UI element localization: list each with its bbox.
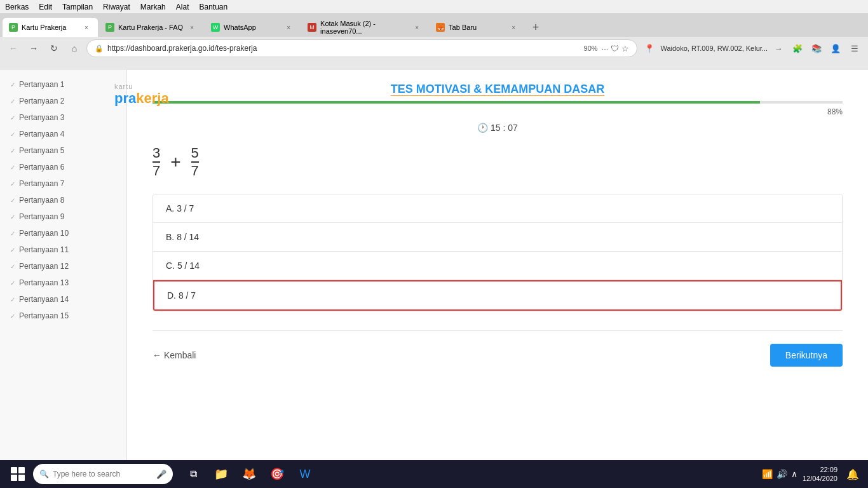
url-text: https://dashboard.prakerja.go.id/tes-pra… (107, 44, 580, 53)
content-area: ✓ Pertanyaan 1 ✓ Pertanyaan 2 ✓ Pertanya… (0, 70, 868, 460)
tab-mail[interactable]: M Kotak Masuk (2) - inaseven70... × (301, 18, 428, 37)
new-tab-button[interactable]: + (526, 18, 545, 37)
tab-close-5[interactable]: × (508, 22, 519, 32)
sidebar-item-q10[interactable]: ✓ Pertanyaan 10 (0, 225, 126, 241)
sidebar-item-q7[interactable]: ✓ Pertanyaan 7 (0, 175, 126, 192)
sidebar-item-q2[interactable]: ✓ Pertanyaan 2 (0, 93, 126, 109)
menu-icon[interactable]: ☰ (846, 40, 863, 57)
account-icon[interactable]: 👤 (827, 40, 844, 57)
sidebar: ✓ Pertanyaan 1 ✓ Pertanyaan 2 ✓ Pertanya… (0, 70, 127, 460)
check-icon-q7: ✓ (10, 180, 15, 187)
address-box[interactable]: 🔒 https://dashboard.prakerja.go.id/tes-p… (86, 39, 637, 57)
star-icon[interactable]: ☆ (621, 44, 629, 53)
sidebar-item-q3[interactable]: ✓ Pertanyaan 3 (0, 109, 126, 126)
quiz-footer: ← Kembali Berikutnya (153, 330, 843, 367)
sidebar-label-q1: Pertanyaan 1 (19, 80, 64, 89)
question-content: 3 7 + 5 7 (153, 146, 843, 179)
extensions-icon[interactable]: 🧩 (789, 40, 806, 57)
logo-kartu: kartu (127, 83, 169, 90)
home-button[interactable]: ⌂ (66, 40, 83, 57)
next-button[interactable]: Berikutnya (770, 344, 843, 367)
clock-date: 12/04/2020 (803, 474, 837, 483)
search-bar[interactable]: 🔍 🎤 (33, 464, 173, 484)
back-button[interactable]: ← (5, 40, 22, 57)
tab-close-2[interactable]: × (187, 22, 197, 32)
menu-tampilan[interactable]: Tampilan (62, 3, 93, 11)
sidebar-label-q3: Pertanyaan 3 (19, 113, 64, 122)
tab-close-3[interactable]: × (283, 22, 294, 32)
tab-label-1: Kartu Prakerja (22, 24, 66, 31)
check-icon-q4: ✓ (10, 131, 15, 138)
sidebar-label-q4: Pertanyaan 4 (19, 130, 64, 139)
menubar: Berkas Edit Tampilan Riwayat Markah Alat… (0, 0, 868, 14)
word-button[interactable]: W (292, 461, 318, 487)
check-icon-q8: ✓ (10, 197, 15, 204)
arrow-icon[interactable]: → (770, 40, 787, 57)
progress-percent: 88% (153, 107, 843, 116)
sidebar-item-q9[interactable]: ✓ Pertanyaan 9 (0, 208, 126, 225)
menu-berkas[interactable]: Berkas (5, 3, 29, 11)
sidebar-label-q6: Pertanyaan 6 (19, 163, 64, 172)
firefox-button[interactable]: 🦊 (236, 461, 262, 487)
menu-markah[interactable]: Markah (140, 3, 166, 11)
menu-edit[interactable]: Edit (39, 3, 52, 11)
timer: 🕐 15 : 07 (153, 123, 843, 133)
up-arrow-icon[interactable]: ∧ (791, 469, 797, 479)
sidebar-item-q11[interactable]: ✓ Pertanyaan 11 (0, 241, 126, 258)
option-c[interactable]: C. 5 / 14 (153, 252, 842, 280)
quiz-area: kartu prakerja TES MOTIVASI & KEMAMPUAN … (127, 70, 868, 460)
check-icon-q10: ✓ (10, 230, 15, 237)
answer-options: A. 3 / 7 B. 8 / 14 C. 5 / 14 D. 8 / 7 (153, 194, 843, 311)
app4-button[interactable]: 🎯 (264, 461, 290, 487)
search-input[interactable] (53, 470, 153, 478)
tab-favicon-2: P (105, 23, 114, 32)
menu-bantuan[interactable]: Bantuan (199, 3, 227, 11)
mic-icon[interactable]: 🎤 (156, 470, 166, 479)
sidebar-item-q4[interactable]: ✓ Pertanyaan 4 (0, 126, 126, 142)
tab-kartu-prakerja[interactable]: P Kartu Prakerja × (3, 18, 98, 37)
network-icon[interactable]: 📶 (762, 469, 773, 479)
option-d[interactable]: D. 8 / 7 (153, 280, 842, 311)
start-button[interactable] (5, 461, 31, 487)
sidebar-item-q15[interactable]: ✓ Pertanyaan 15 (0, 308, 126, 324)
tab-whatsapp[interactable]: W WhatsApp × (205, 18, 300, 37)
back-button[interactable]: ← Kembali (153, 350, 196, 360)
tab-label-2: Kartu Prakerja - FAQ (118, 24, 183, 31)
search-icon: 🔍 (39, 470, 49, 478)
tab-close-4[interactable]: × (412, 22, 422, 32)
task-view-button[interactable]: ⧉ (180, 461, 206, 487)
firefox-icon: 🦊 (242, 467, 256, 481)
location-icon[interactable]: 📍 (641, 40, 658, 57)
sidebar-label-q7: Pertanyaan 7 (19, 179, 64, 188)
sidebar-item-q5[interactable]: ✓ Pertanyaan 5 (0, 142, 126, 159)
dots-icon[interactable]: ··· (602, 44, 609, 53)
tab-label-3: WhatsApp (224, 24, 256, 31)
option-b[interactable]: B. 8 / 14 (153, 223, 842, 252)
sidebar-item-q1[interactable]: ✓ Pertanyaan 1 (0, 76, 126, 93)
sound-icon[interactable]: 🔊 (776, 469, 787, 479)
system-clock[interactable]: 22:09 12/04/2020 (803, 465, 837, 484)
sidebar-item-q13[interactable]: ✓ Pertanyaan 13 (0, 274, 126, 291)
sidebar-label-q15: Pertanyaan 15 (19, 311, 69, 320)
menu-alat[interactable]: Alat (176, 3, 189, 11)
tab-kartu-prakerja-faq[interactable]: P Kartu Prakerja - FAQ × (99, 18, 203, 37)
operator: + (170, 152, 180, 172)
reload-button[interactable]: ↻ (46, 40, 62, 57)
option-a[interactable]: A. 3 / 7 (153, 194, 842, 223)
file-explorer-button[interactable]: 📁 (208, 461, 234, 487)
numerator-2: 5 (191, 146, 199, 163)
notification-button[interactable]: 🔔 (843, 464, 863, 484)
sidebar-item-q12[interactable]: ✓ Pertanyaan 12 (0, 258, 126, 274)
sidebar-item-q6[interactable]: ✓ Pertanyaan 6 (0, 159, 126, 175)
system-tray: 📶 🔊 ∧ 22:09 12/04/2020 🔔 (762, 464, 863, 484)
bookmarks-icon[interactable]: 📚 (808, 40, 825, 57)
sidebar-item-q8[interactable]: ✓ Pertanyaan 8 (0, 192, 126, 208)
check-icon-q2: ✓ (10, 98, 15, 105)
sidebar-item-q14[interactable]: ✓ Pertanyaan 14 (0, 291, 126, 308)
tab-new-tab[interactable]: 🦊 Tab Baru × (430, 18, 525, 37)
check-icon-q1: ✓ (10, 81, 15, 88)
tab-close-1[interactable]: × (81, 22, 92, 32)
progress-bar-container (153, 101, 843, 104)
forward-button[interactable]: → (25, 40, 42, 57)
menu-riwayat[interactable]: Riwayat (103, 3, 130, 11)
